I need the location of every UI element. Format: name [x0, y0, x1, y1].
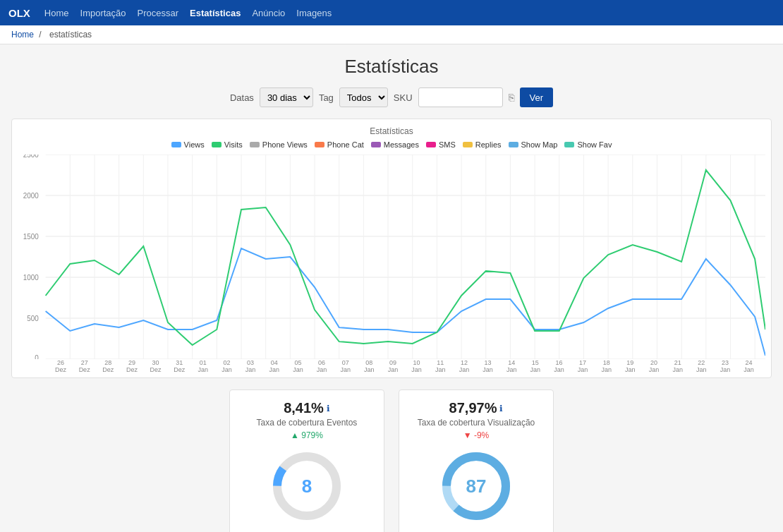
x-label-25: 20Jan [643, 359, 664, 373]
x-label-22: 17Jan [572, 359, 593, 373]
x-label-17: 12Jan [454, 359, 475, 373]
x-label-4: 30Dez [145, 359, 166, 373]
legend-show-map: Show Map [509, 140, 558, 149]
nav-anuncio[interactable]: Anúncio [252, 6, 285, 20]
x-label-1: 27Dez [74, 359, 95, 373]
x-label-7: 02Jan [216, 359, 237, 373]
kpi2-info-icon[interactable]: ℹ [499, 404, 503, 413]
nav-home[interactable]: Home [44, 6, 69, 20]
chart-title: Estatísticas [18, 126, 765, 136]
nav-links: Home Importação Processar Estatísticas A… [44, 6, 332, 20]
kpi2-center-value: 87 [466, 476, 487, 497]
line-chart-svg: 2500 2000 1500 1000 500 0 [18, 155, 765, 359]
ver-button[interactable]: Ver [520, 87, 554, 107]
kpi1-label: Taxa de cobertura Eventos [244, 418, 370, 428]
kpi2-label: Taxa de cobertura Visualização [413, 418, 539, 428]
brand: OLX [8, 7, 30, 19]
legend-sms: SMS [426, 140, 456, 149]
legend-show-fav: Show Fav [564, 140, 612, 149]
legend-show-map-label: Show Map [521, 140, 558, 149]
legend-phone-views: Phone Views [250, 140, 308, 149]
chart-svg-area: 2500 2000 1500 1000 500 0 [18, 155, 765, 359]
x-label-10: 05Jan [287, 359, 308, 373]
kpi1-center-value: 8 [302, 476, 312, 497]
x-label-15: 10Jan [406, 359, 427, 373]
legend-phone-cat-dot [315, 142, 324, 147]
datas-label: Datas [230, 92, 254, 103]
legend-visits-label: Visits [224, 140, 243, 149]
legend-phone-cat: Phone Cat [315, 140, 364, 149]
breadcrumb-separator: / [39, 30, 41, 40]
x-label-18: 13Jan [478, 359, 499, 373]
legend-phone-views-dot [250, 142, 260, 147]
nav-importacao[interactable]: Importação [80, 6, 126, 20]
breadcrumb-home[interactable]: Home [11, 30, 34, 40]
svg-text:0: 0 [35, 354, 39, 359]
main-content: Estatísticas Datas 30 dias 7 dias 60 dia… [0, 44, 783, 532]
x-label-3: 29Dez [121, 359, 142, 373]
nav-estatisticas[interactable]: Estatísticas [190, 6, 241, 20]
kpi-visualizacao-card: 87,97% ℹ Taxa de cobertura Visualização … [399, 389, 554, 532]
kpi2-pct: 87,97% [449, 400, 497, 416]
legend-visits: Visits [212, 140, 243, 149]
legend-show-fav-label: Show Fav [577, 140, 612, 149]
legend-sms-dot [426, 142, 436, 147]
chart-container: Estatísticas Views Visits Phone Views Ph… [11, 119, 772, 378]
breadcrumb-current: estatísticas [49, 30, 92, 40]
x-label-11: 06Jan [311, 359, 332, 373]
x-label-20: 15Jan [525, 359, 546, 373]
x-label-14: 09Jan [382, 359, 403, 373]
kpi1-info-icon[interactable]: ℹ [327, 404, 330, 413]
svg-text:2000: 2000 [23, 192, 39, 200]
chart-legend: Views Visits Phone Views Phone Cat Messa… [18, 140, 765, 149]
copy-icon[interactable]: ⎘ [509, 92, 514, 103]
legend-phone-views-label: Phone Views [262, 140, 308, 149]
kpi1-pct: 8,41% [284, 400, 324, 416]
legend-replies-label: Replies [475, 140, 502, 149]
legend-messages: Messages [371, 140, 419, 149]
legend-messages-label: Messages [384, 140, 419, 149]
filter-bar: Datas 30 dias 7 dias 60 dias Tag Todos S… [11, 87, 772, 107]
x-label-19: 14Jan [501, 359, 522, 373]
x-label-23: 18Jan [596, 359, 617, 373]
kpi2-donut: 87 [437, 447, 515, 525]
legend-replies-dot [463, 142, 473, 147]
sku-input[interactable] [418, 87, 503, 107]
x-label-8: 03Jan [240, 359, 261, 373]
x-label-16: 11Jan [430, 359, 451, 373]
kpi2-trend: ▼ -9% [413, 430, 539, 440]
nav-imagens[interactable]: Imagens [296, 6, 332, 20]
breadcrumb: Home / estatísticas [0, 25, 783, 44]
svg-text:500: 500 [27, 315, 39, 322]
navbar: OLX Home Importação Processar Estatístic… [0, 0, 783, 25]
x-label-27: 22Jan [691, 359, 712, 373]
x-label-21: 16Jan [548, 359, 569, 373]
x-label-28: 23Jan [715, 359, 736, 373]
page-title: Estatísticas [11, 56, 772, 78]
kpi1-donut: 8 [268, 447, 346, 525]
kpi1-trend: ▲ 979% [244, 430, 370, 440]
tag-label: Tag [319, 92, 334, 103]
x-label-24: 19Jan [619, 359, 641, 373]
x-label-26: 21Jan [667, 359, 688, 373]
kpi-row: 8,41% ℹ Taxa de cobertura Eventos ▲ 979%… [11, 389, 772, 532]
chart-x-labels: 26Dez 27Dez 28Dez 29Dez 30Dez 31Dez 01Ja… [18, 359, 765, 373]
legend-visits-dot [212, 142, 221, 147]
svg-text:1500: 1500 [23, 233, 39, 241]
kpi-eventos-card: 8,41% ℹ Taxa de cobertura Eventos ▲ 979%… [229, 389, 384, 532]
svg-text:1000: 1000 [23, 274, 39, 282]
legend-sms-label: SMS [439, 140, 456, 149]
x-label-0: 26Dez [50, 359, 71, 373]
legend-phone-cat-label: Phone Cat [327, 140, 364, 149]
legend-replies: Replies [463, 140, 502, 149]
datas-select[interactable]: 30 dias 7 dias 60 dias [260, 87, 313, 107]
x-label-13: 08Jan [358, 359, 380, 373]
x-label-29: 24Jan [739, 359, 760, 373]
sku-label: SKU [394, 92, 413, 103]
tag-select[interactable]: Todos [339, 87, 388, 107]
x-label-12: 07Jan [335, 359, 356, 373]
x-label-2: 28Dez [97, 359, 119, 373]
x-label-9: 04Jan [264, 359, 285, 373]
svg-text:2500: 2500 [23, 155, 39, 159]
nav-processar[interactable]: Processar [138, 6, 179, 20]
